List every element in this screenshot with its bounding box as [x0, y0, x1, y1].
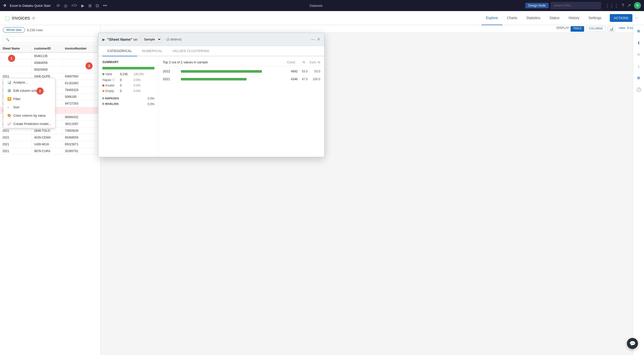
modal-minimize-button[interactable]: — [311, 37, 315, 42]
modal-body: SUMMARY Valid 9,238 100.0% Hapax ⓘ 0 [98, 56, 324, 157]
tab-status[interactable]: Status [545, 11, 564, 25]
cell-invoice-number: 35385791 [62, 148, 100, 155]
modal-title: "Sheet Name" on [107, 37, 138, 41]
hapax-info-icon[interactable]: ⓘ [112, 78, 115, 82]
modal-distinct-info: - (2 distinct) [165, 37, 182, 41]
context-menu-item[interactable]: ↕️Sort [3, 103, 55, 111]
add-sidebar-icon[interactable]: ⊕ [635, 27, 642, 35]
sub-header: ⬚ invoices ⚙ Explore Charts Statistics S… [0, 11, 644, 25]
run-icon[interactable]: ▶ [81, 3, 84, 8]
hapaxes-pct: 0.0% [148, 97, 154, 100]
cell-sheet-name: 2021 [0, 148, 31, 155]
search-input[interactable] [551, 2, 601, 9]
hapax-label: Hapax ⓘ [102, 78, 120, 82]
cell-invoice-number: 61181083 [62, 80, 100, 87]
whole-data-button[interactable]: Whole data [3, 27, 25, 33]
hapax-pct: 0.0% [134, 78, 140, 82]
row-count-label: 9,238 rows [27, 28, 43, 32]
history-sidebar-icon[interactable]: 🕐 [635, 86, 643, 94]
step-badge-3: 3 [86, 62, 93, 69]
ctx-item-label: Analyze... [13, 80, 28, 84]
table-view-button[interactable]: TABLE [571, 26, 584, 32]
col-header-invoice-number[interactable]: invoiceNumber [62, 45, 100, 53]
analyze-modal: ▶ "Sheet Name" on Sample - (2 distinct) … [98, 33, 325, 157]
context-menu-item[interactable]: 🔽Filter [3, 95, 55, 103]
column-search-input[interactable] [3, 36, 97, 43]
dashboard-icon[interactable]: ⊟ [96, 3, 99, 8]
tab-settings[interactable]: Settings [584, 11, 606, 25]
table-row: 20211409-WIJA65023671 [0, 141, 100, 148]
context-menu-item[interactable]: ⚙️Edit column schema... [3, 86, 55, 95]
cell-customer-id: 2849-TOLO [31, 127, 62, 134]
pct-col-header: % [295, 61, 305, 64]
context-menu-item[interactable]: 🎨Color column by value [3, 111, 55, 120]
cell-sheet-name: 2021 [0, 141, 31, 148]
modal-sample-select[interactable]: Sample [141, 36, 162, 43]
tab-values-clustering[interactable]: VALUES CLUSTERING [168, 46, 214, 56]
nav-right-icons: ⋮⋮⋮ ? ↗ D [605, 2, 641, 9]
app-title: Excel to Dataiku Quick Start [10, 4, 51, 8]
ctx-item-icon: 🔽 [7, 97, 11, 101]
summary-valid-row: Valid 9,238 100.0% [102, 72, 154, 76]
summary-valid-bar [102, 67, 154, 69]
summary-title: SUMMARY [102, 60, 154, 64]
chart-view-icon[interactable]: 📊 [608, 26, 615, 32]
tab-categorical[interactable]: CATEGORICAL [102, 46, 137, 56]
col-header-sheet-name[interactable]: Sheet Name [0, 45, 31, 53]
value-row-2021: 2021 4346 47.0 100.0 [163, 77, 320, 81]
cell-customer-id: 1409-WIJA [31, 141, 62, 148]
summary-invalid-row: Invalid 0 0.0% [102, 84, 154, 87]
tab-charts[interactable]: Charts [502, 11, 522, 25]
actions-button[interactable]: ACTIONS [610, 14, 632, 22]
info-sidebar-icon[interactable]: ℹ [636, 39, 641, 47]
value-label-2021: 2021 [163, 77, 178, 81]
dataset-type-icon: ⬚ [5, 15, 10, 21]
modal-close-button[interactable]: ✕ [317, 37, 320, 42]
add2-sidebar-icon[interactable]: ⊕ [635, 74, 642, 82]
ctx-item-label: Color column by value [13, 114, 46, 117]
step-badge-2: 2 [36, 87, 44, 95]
context-menu: 📊Analyze...⚙️Edit column schema...🔽Filte… [3, 78, 55, 128]
valid-pct: 100.0% [134, 72, 144, 76]
context-menu-item[interactable]: 📈Create Prediction model... [3, 120, 55, 128]
link-icon[interactable]: ↗ [627, 3, 631, 8]
context-menu-item[interactable]: 📊Analyze... [3, 78, 55, 86]
value-bar-fill-2021 [181, 78, 247, 80]
chat-support-button[interactable]: 💬 [627, 338, 638, 349]
modal-values-panel: Top 2 out of 2 values in sample Count % … [159, 56, 324, 157]
flow-icon[interactable]: ◎ [64, 3, 67, 8]
cell-invoice-number: 39311087 [62, 121, 100, 127]
download-sidebar-icon[interactable]: ↓ [636, 62, 641, 70]
cell-sheet-name [0, 66, 31, 73]
tab-history[interactable]: History [564, 11, 584, 25]
tab-statistics[interactable]: Statistics [522, 11, 545, 25]
list-sidebar-icon[interactable]: ≡ [636, 51, 641, 58]
design-node-badge: Design Node [525, 3, 549, 8]
code-icon[interactable]: </> [71, 3, 77, 8]
dataset-settings-icon[interactable]: ⚙ [32, 16, 35, 20]
ctx-item-icon: 🎨 [7, 114, 11, 117]
cell-customer-id: 65461135 [31, 53, 62, 60]
columns-button[interactable]: COLUMNS [586, 26, 606, 32]
table-row: 20212849-TOLO73655639 [0, 127, 100, 134]
more-icon[interactable]: ••• [103, 3, 107, 8]
cell-invoice-number [62, 53, 100, 60]
table-row: 95925809 [0, 66, 100, 73]
help-icon[interactable]: ? [622, 3, 624, 8]
valid-dot [102, 73, 104, 75]
cell-invoice-number: 65468559 [62, 134, 100, 141]
ctx-item-label: Sort [13, 105, 19, 109]
tab-numerical[interactable]: NUMERICAL [137, 46, 168, 56]
tab-explore[interactable]: Explore [481, 11, 502, 25]
back-arrow-icon[interactable]: ← [634, 15, 639, 21]
apps-grid-icon[interactable]: ⋮⋮⋮ [605, 3, 619, 8]
cell-sheet-name: 2021 [0, 127, 31, 134]
deploy-icon[interactable]: ⊞ [88, 3, 92, 8]
user-avatar[interactable]: D [634, 2, 641, 9]
cell-customer-id: 45884059 [31, 60, 62, 66]
share-icon[interactable]: ⟳ [57, 3, 60, 8]
datasets-label: Datasets [310, 4, 323, 8]
table-row: 20219878-CURA35385791 [0, 148, 100, 155]
col-header-customer-id[interactable]: customerID [31, 45, 62, 53]
modal-expand-icon[interactable]: ▶ [102, 37, 105, 41]
